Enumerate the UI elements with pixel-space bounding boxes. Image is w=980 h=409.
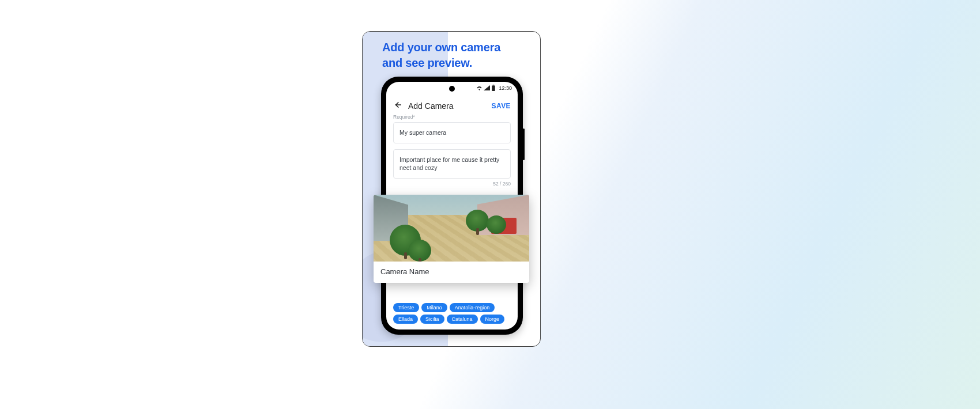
- svg-rect-1: [493, 85, 495, 85]
- battery-icon: [491, 85, 496, 91]
- chip-ellada[interactable]: Ellada: [393, 315, 418, 324]
- chip-cataluna[interactable]: Cataluna: [447, 315, 478, 324]
- status-time: 12:30: [499, 85, 512, 91]
- phone-side-button: [523, 128, 525, 160]
- camera-name-input[interactable]: My super camera: [393, 122, 511, 143]
- chip-norge[interactable]: Norge: [480, 315, 505, 324]
- chip-sicilia[interactable]: Sicilia: [420, 315, 444, 324]
- camera-preview-label: Camera Name: [374, 262, 529, 283]
- app-bar: Add Camera SAVE: [386, 97, 518, 115]
- char-counter: 52 / 260: [393, 181, 511, 187]
- wifi-icon: [476, 85, 483, 90]
- save-button[interactable]: SAVE: [492, 102, 511, 110]
- camera-preview-image: [374, 195, 529, 262]
- camera-preview-card[interactable]: Camera Name: [374, 195, 529, 283]
- screen-title: Add Camera: [408, 101, 492, 111]
- tag-chips: Trieste Milano Anatolia-region Ellada Si…: [393, 303, 511, 324]
- status-bar: 12:30: [476, 85, 512, 91]
- form-area: Required* My super camera Important plac…: [393, 114, 511, 190]
- phone-notch: [449, 86, 455, 92]
- chip-milano[interactable]: Milano: [421, 303, 447, 312]
- promo-headline: Add your own camera and see preview.: [382, 40, 521, 71]
- svg-rect-0: [492, 85, 496, 91]
- required-label: Required*: [393, 114, 511, 120]
- chip-anatolia[interactable]: Anatolia-region: [450, 303, 495, 312]
- camera-description-input[interactable]: Important place for me cause it pretty n…: [393, 149, 511, 179]
- chip-trieste[interactable]: Trieste: [393, 303, 419, 312]
- back-arrow-icon[interactable]: [393, 100, 402, 112]
- signal-icon: [484, 85, 490, 90]
- app-store-promo-card: Add your own camera and see preview. 12:…: [362, 31, 541, 347]
